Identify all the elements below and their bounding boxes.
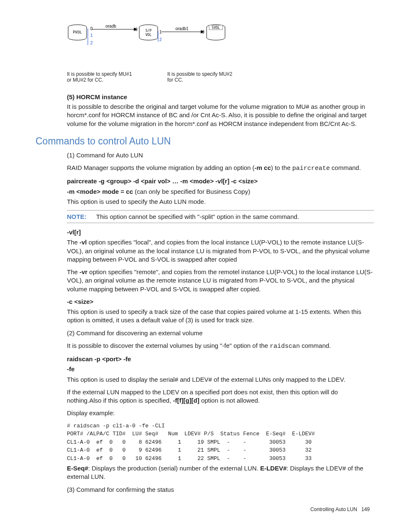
svg-text:oradb1: oradb1 [175, 26, 189, 31]
volume-diagram: PVOL 0 1 2 oradb 0 S/P VOL 1 2 ora [67, 21, 374, 83]
note-box: NOTE: This option cannot be specified wi… [67, 210, 374, 223]
svg-text:SVOL: SVOL [212, 26, 220, 30]
csize-para: This option is used to specify a track s… [67, 308, 374, 325]
svg-text:S/P: S/P [146, 29, 152, 33]
svg-text:VOL: VOL [146, 33, 152, 37]
vr-para: The -vr option specifies "remote", and c… [67, 268, 374, 293]
csize-head: -c <size> [67, 298, 374, 306]
vl-para: The -vl option specifies "local", and co… [67, 238, 374, 264]
paircreate-syntax: paircreate -g <group> -d <pair vol> … -m… [67, 177, 374, 185]
cmd2-title: (2) Command for discovering an external … [67, 329, 374, 337]
svg-text:2: 2 [159, 37, 162, 42]
diagram-caption-right: It is possible to specify MU#2 for CC. [167, 71, 234, 83]
mode-line: -m <mode> mode = cc (can only be specifi… [67, 188, 374, 196]
section-5-para: It is possible to describe the original … [67, 103, 374, 128]
raidscan-output: # raidscan -p cl1-a-0 -fe -CLI PORT# /AL… [67, 422, 374, 463]
diagram-caption-left: It is possible to specify MU#1 or MU#2 f… [67, 71, 134, 83]
note-label: NOTE: [67, 213, 88, 220]
fe-para: This option is used to display the seria… [67, 375, 374, 384]
note-text: This option cannot be specified with "-s… [96, 213, 299, 220]
post-code-desc: E-Seq#: Displays the production (serial)… [67, 464, 374, 481]
pvol-cylinder: PVOL [68, 25, 87, 40]
page-footer: Controlling Auto LUN 149 [25, 506, 374, 512]
cmd1-title: (1) Command for Auto LUN [67, 151, 374, 159]
svg-text:2: 2 [90, 41, 93, 45]
mode-desc: This option is used to specify the Auto … [67, 198, 374, 206]
spvol-cylinder: S/P VOL [139, 25, 158, 40]
cmd2-intro: It is possible to discover the external … [67, 342, 374, 351]
raidscan-syntax: raidscan -p <port> -fe [67, 355, 374, 363]
svol-cylinder: SVOL [207, 25, 225, 40]
vlr-head: -vl[r] [67, 228, 374, 236]
fe-head: -fe [67, 365, 374, 373]
svg-text:oradb: oradb [105, 24, 116, 28]
cmd1-intro: RAID Manager supports the volume migrati… [67, 164, 374, 173]
svg-text:0: 0 [90, 26, 93, 31]
pvol-label: PVOL [73, 30, 82, 34]
display-example-label: Display example: [67, 409, 374, 417]
section-5-title: (5) HORCM instance [67, 93, 374, 100]
svg-text:1: 1 [90, 33, 93, 38]
cmd3-title: (3) Command for confirming the status [67, 486, 374, 494]
fe-para2: If the external LUN mapped to the LDEV o… [67, 388, 374, 405]
commands-heading: Commands to control Auto LUN [36, 136, 374, 147]
